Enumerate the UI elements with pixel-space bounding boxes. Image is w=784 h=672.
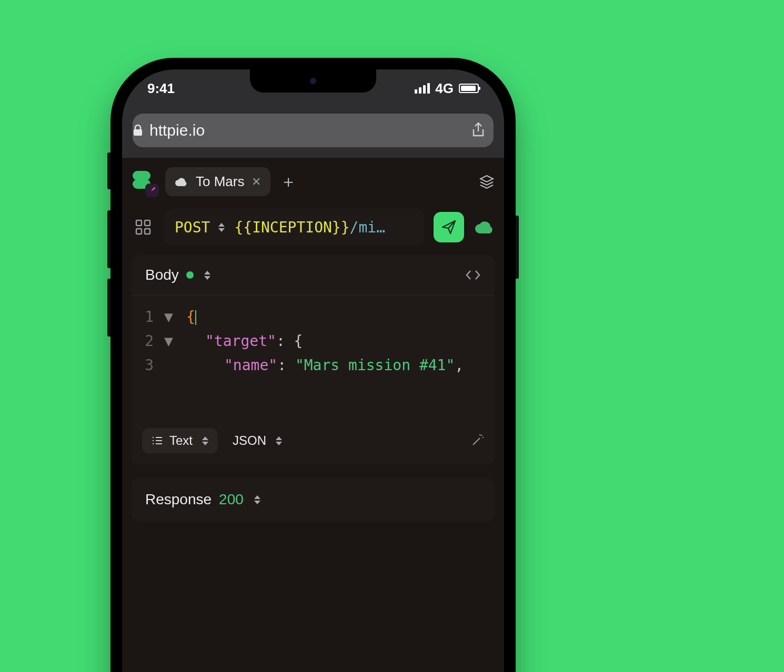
url-bar[interactable]: POST {{INCEPTION}}/mi… bbox=[164, 209, 424, 246]
json-editor[interactable]: 1 ▼ { 2 ▼ "target": { 3 "name": "Ma bbox=[132, 296, 495, 421]
cloud-icon bbox=[474, 219, 495, 235]
phone-notch bbox=[250, 69, 376, 93]
phone-screen: 9:41 4G httpie.io bbox=[122, 69, 504, 672]
http-method-select[interactable]: POST bbox=[175, 219, 225, 236]
chevron-sort-icon[interactable] bbox=[254, 495, 260, 504]
svg-rect-3 bbox=[136, 229, 142, 234]
battery-icon bbox=[459, 84, 479, 93]
tab-close-button[interactable]: ✕ bbox=[252, 175, 261, 189]
fold-toggle[interactable]: ▼ bbox=[164, 329, 176, 353]
paper-plane-icon bbox=[441, 219, 457, 235]
phone-frame: 9:41 4G httpie.io bbox=[110, 58, 516, 672]
response-panel: Response 200 bbox=[132, 477, 495, 522]
format-select[interactable]: JSON bbox=[233, 433, 282, 448]
response-title: Response bbox=[145, 491, 212, 508]
url-variable: {{INCEPTION}} bbox=[234, 219, 349, 236]
chevron-sort-icon bbox=[218, 223, 225, 232]
chevron-sort-icon bbox=[202, 436, 208, 445]
send-button[interactable] bbox=[434, 212, 464, 242]
tab-label: To Mars bbox=[196, 174, 244, 190]
lock-icon bbox=[133, 124, 143, 137]
new-tab-button[interactable]: ＋ bbox=[280, 170, 297, 194]
chevron-sort-icon[interactable] bbox=[204, 271, 210, 280]
app-content: To Mars ✕ ＋ bbox=[122, 158, 504, 672]
save-cloud-button[interactable] bbox=[474, 219, 495, 235]
fold-toggle[interactable]: ▼ bbox=[164, 305, 176, 329]
panel-title: Body bbox=[145, 267, 179, 283]
signal-icon bbox=[415, 83, 430, 94]
httpie-logo[interactable] bbox=[132, 170, 156, 194]
rocket-badge-icon bbox=[145, 184, 159, 197]
active-indicator-icon bbox=[186, 271, 194, 279]
network-label: 4G bbox=[435, 80, 454, 97]
cloud-icon bbox=[175, 177, 188, 187]
chevron-sort-icon bbox=[276, 436, 282, 445]
layers-button[interactable] bbox=[479, 174, 495, 190]
browser-chrome: httpie.io bbox=[122, 107, 504, 158]
share-button[interactable] bbox=[468, 120, 488, 140]
wand-icon bbox=[470, 434, 484, 447]
code-view-button[interactable] bbox=[465, 269, 481, 281]
svg-rect-0 bbox=[134, 129, 142, 136]
address-bar[interactable]: httpie.io bbox=[133, 114, 494, 147]
svg-rect-4 bbox=[145, 229, 150, 234]
status-code: 200 bbox=[219, 491, 244, 508]
body-panel: Body 1 ▼ { bbox=[132, 255, 495, 465]
svg-rect-2 bbox=[145, 220, 150, 226]
tab-to-mars[interactable]: To Mars ✕ bbox=[165, 167, 270, 196]
status-time: 9:41 bbox=[147, 80, 175, 97]
magic-wand-button[interactable] bbox=[470, 434, 484, 447]
list-icon bbox=[152, 436, 163, 445]
address-text: httpie.io bbox=[149, 121, 205, 139]
library-button[interactable] bbox=[132, 216, 155, 239]
svg-rect-1 bbox=[136, 220, 142, 226]
view-mode-select[interactable]: Text bbox=[142, 428, 218, 453]
url-path: /mi… bbox=[350, 219, 385, 236]
